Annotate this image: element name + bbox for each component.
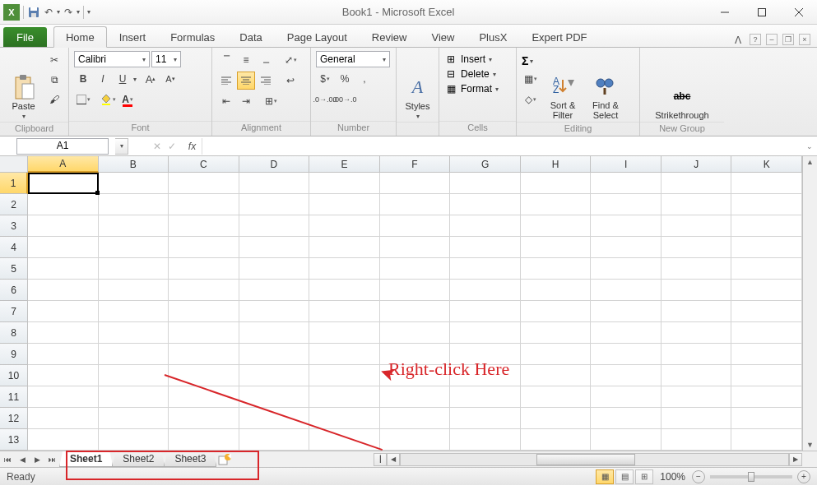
cell[interactable] <box>661 365 732 386</box>
cell[interactable] <box>450 258 521 280</box>
tab-page-layout[interactable]: Page Layout <box>275 26 360 47</box>
column-header[interactable]: E <box>309 156 380 173</box>
cell[interactable] <box>28 365 99 386</box>
fx-button[interactable]: fx <box>183 138 202 155</box>
fill-button[interactable]: ▦ <box>522 70 540 88</box>
cell[interactable] <box>591 194 661 215</box>
row-header[interactable]: 3 <box>0 215 28 237</box>
cell[interactable] <box>309 408 380 429</box>
cell[interactable] <box>99 322 169 344</box>
nav-next-icon[interactable]: ▶ <box>30 452 44 467</box>
close-button[interactable] <box>780 0 817 25</box>
column-header[interactable]: G <box>450 156 521 173</box>
align-bottom-icon[interactable]: ⎽ <box>257 51 275 69</box>
zoom-in-icon[interactable]: + <box>797 470 810 483</box>
name-box-dropdown[interactable]: ▾ <box>115 138 128 155</box>
cell[interactable] <box>99 237 169 258</box>
cell[interactable] <box>99 280 169 301</box>
row-header[interactable]: 8 <box>0 322 28 344</box>
cell[interactable] <box>731 429 802 451</box>
cell[interactable] <box>309 194 380 215</box>
hscroll-left-icon[interactable]: ◀ <box>387 453 400 466</box>
cell[interactable] <box>731 386 802 408</box>
nav-prev-icon[interactable]: ◀ <box>15 452 30 467</box>
cell[interactable] <box>591 344 661 365</box>
cell[interactable] <box>28 215 99 237</box>
cell[interactable] <box>380 215 451 237</box>
cell[interactable] <box>380 173 451 194</box>
accounting-format-icon[interactable]: $ <box>316 70 334 88</box>
cell[interactable] <box>239 322 310 344</box>
cell[interactable] <box>591 237 661 258</box>
cell[interactable] <box>661 280 732 301</box>
ribbon-minimize-icon[interactable]: ᐱ <box>731 34 745 47</box>
cell[interactable] <box>169 344 239 365</box>
cell[interactable] <box>450 429 521 451</box>
cell[interactable] <box>661 386 732 408</box>
cell[interactable] <box>450 365 521 386</box>
redo-icon[interactable]: ↷ <box>62 6 75 19</box>
cell[interactable] <box>521 322 592 344</box>
row-header[interactable]: 4 <box>0 237 28 258</box>
increase-font-icon[interactable]: A▴ <box>142 70 160 88</box>
row-header[interactable]: 1 <box>0 173 28 194</box>
percent-format-icon[interactable]: % <box>336 70 354 88</box>
row-header[interactable]: 5 <box>0 258 28 280</box>
autosum-button[interactable]: Σ▾ <box>522 54 540 67</box>
align-center-icon[interactable] <box>237 72 255 90</box>
cell[interactable] <box>591 258 661 280</box>
cell[interactable] <box>731 301 802 322</box>
cell[interactable] <box>239 344 310 365</box>
paste-button[interactable]: Paste ▾ <box>5 51 42 120</box>
bold-button[interactable]: B <box>74 70 92 88</box>
page-layout-view-icon[interactable]: ▤ <box>615 469 634 484</box>
row-header[interactable]: 10 <box>0 365 28 386</box>
minimize-button[interactable] <box>706 0 743 25</box>
cell[interactable] <box>450 301 521 322</box>
cell[interactable] <box>309 258 380 280</box>
cell[interactable] <box>450 280 521 301</box>
cell[interactable] <box>99 365 169 386</box>
cell[interactable] <box>169 215 239 237</box>
cell[interactable] <box>731 344 802 365</box>
cell[interactable] <box>169 258 239 280</box>
sheet-tab-sheet1[interactable]: Sheet1 <box>59 451 113 467</box>
underline-button[interactable]: U <box>114 70 132 88</box>
column-header[interactable]: K <box>731 156 802 173</box>
cell[interactable] <box>731 173 802 194</box>
zoom-slider[interactable] <box>710 475 792 479</box>
hscroll-split-icon[interactable]: ┃ <box>374 453 387 466</box>
fill-handle[interactable] <box>95 191 100 195</box>
cell[interactable] <box>239 258 310 280</box>
cell[interactable] <box>99 194 169 215</box>
cell[interactable] <box>521 173 592 194</box>
column-header[interactable]: I <box>591 156 661 173</box>
cell[interactable] <box>169 429 239 451</box>
column-header[interactable]: D <box>239 156 310 173</box>
cell[interactable] <box>169 280 239 301</box>
tab-home[interactable]: Home <box>53 26 107 48</box>
cell[interactable] <box>99 173 169 194</box>
excel-icon[interactable]: X <box>3 4 20 21</box>
normal-view-icon[interactable]: ▦ <box>596 469 614 484</box>
row-header[interactable]: 12 <box>0 408 28 429</box>
cell[interactable] <box>521 301 592 322</box>
zoom-out-icon[interactable]: − <box>692 470 705 483</box>
cell[interactable] <box>380 301 451 322</box>
align-left-icon[interactable] <box>217 72 235 90</box>
cell[interactable] <box>309 386 380 408</box>
format-painter-icon[interactable]: 🖌 <box>45 90 63 109</box>
cell[interactable] <box>661 215 732 237</box>
new-sheet-icon[interactable]: ✦ <box>216 452 234 467</box>
cell[interactable] <box>521 429 592 451</box>
cell[interactable] <box>380 386 451 408</box>
cell[interactable] <box>591 429 661 451</box>
cell[interactable] <box>521 280 592 301</box>
name-box[interactable]: A1 <box>16 138 109 155</box>
cell[interactable] <box>450 386 521 408</box>
cell[interactable] <box>521 258 592 280</box>
sheet-tab-sheet3[interactable]: Sheet3 <box>164 451 216 467</box>
cell[interactable] <box>99 344 169 365</box>
cell[interactable] <box>169 365 239 386</box>
align-top-icon[interactable]: ⎺ <box>217 51 235 69</box>
